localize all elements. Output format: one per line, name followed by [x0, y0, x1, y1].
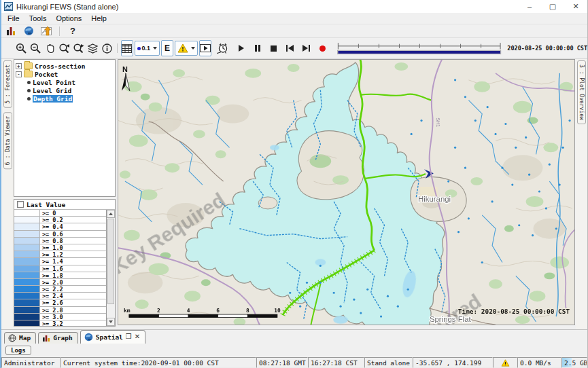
skip-start-icon [286, 45, 294, 52]
tab-graph[interactable]: Graph [38, 332, 78, 344]
tree-item-pocket[interactable]: - Pocket [16, 70, 115, 78]
scroll-thumb[interactable] [107, 219, 114, 304]
tab-spatial[interactable]: Spatial ❒ ✕ [80, 330, 145, 344]
menu-item-tools[interactable]: Tools [24, 13, 52, 24]
tab-data-viewer[interactable]: 6 : Data Viewer [3, 112, 12, 169]
map-display-button[interactable] [22, 25, 35, 37]
tab-forecast[interactable]: 5 : Forecast [3, 60, 12, 108]
info-button[interactable] [101, 40, 114, 56]
layers-button[interactable] [86, 40, 99, 56]
arrow-up-icon [109, 213, 113, 215]
tree-item-level-point[interactable]: Level Point [16, 78, 115, 86]
database-display-button[interactable] [4, 25, 18, 37]
value-scale-value: 0.1 [142, 45, 151, 52]
timeline-slider[interactable] [336, 39, 502, 57]
map-toolbar: 0.1 E [1, 38, 587, 59]
legend-row[interactable]: >= 2.8 [14, 307, 106, 314]
close-button[interactable]: ✕ [564, 0, 587, 13]
legend-row[interactable]: >= 0.6 [14, 231, 106, 238]
legend-row[interactable]: >= 3.0 [14, 314, 106, 320]
legend-row[interactable]: >= 1.6 [14, 265, 106, 272]
tab-label: Graph [53, 334, 73, 342]
tree-item-depth-grid[interactable]: Depth Grid [16, 94, 115, 103]
animation-button[interactable] [199, 40, 211, 56]
last-value-checkbox[interactable] [17, 201, 24, 208]
maximize-button[interactable]: ▢ [541, 0, 564, 13]
layers-icon [86, 42, 99, 55]
legend-scrollbar[interactable] [106, 210, 115, 326]
zoom-previous-button[interactable] [58, 40, 71, 56]
zoom-in-icon [15, 42, 28, 55]
legend-row[interactable]: >= 2.4 [14, 293, 106, 299]
legend-row[interactable]: >= 2.2 [14, 286, 106, 293]
pause-button[interactable] [252, 43, 263, 54]
pan-button[interactable] [44, 40, 56, 56]
set-time-button[interactable] [217, 40, 229, 56]
legend-row[interactable]: >= 1.2 [14, 251, 106, 258]
record-button[interactable] [317, 43, 328, 54]
layer-tree: + Cross-section - Pocket Level Point [14, 59, 116, 197]
logs-button[interactable]: Logs [5, 346, 31, 355]
status-bar: Administrator Current system time:2020-0… [1, 357, 587, 368]
status-warning-cell[interactable] [493, 357, 517, 368]
status-coordinates: -35.657 , 174.199 [413, 357, 493, 368]
scroll-down-button[interactable] [107, 318, 115, 326]
scroll-up-button[interactable] [107, 210, 115, 218]
legend-row[interactable]: >= 3.2 [14, 320, 106, 327]
legend-row[interactable]: >= 0.4 [14, 223, 106, 230]
play-button[interactable] [236, 43, 247, 54]
scroll-track[interactable] [107, 218, 115, 318]
zoom-out-button[interactable] [29, 40, 42, 56]
warning-threshold-selector[interactable] [175, 41, 198, 56]
legend-row[interactable]: >= 0.8 [14, 238, 106, 244]
help-icon: ? [70, 26, 75, 36]
titlebar: Hikurangi FEWS (Stand alone) – ▢ ✕ [1, 0, 587, 13]
legend-row[interactable]: >= 0.2 [14, 217, 106, 223]
legend-row[interactable]: >= 2.0 [14, 279, 106, 286]
status-local-time: 16:27:18 CST [308, 357, 364, 368]
time-series-display-button[interactable] [39, 25, 53, 37]
menu-item-help[interactable]: Help [86, 13, 111, 24]
expand-icon[interactable]: + [16, 63, 22, 69]
tab-map[interactable]: Map [4, 332, 36, 344]
status-memory-gauge: 2.5 GB [561, 357, 587, 368]
scale-unit-label: km [124, 308, 131, 314]
legend-label: >= 2.6 [40, 299, 106, 306]
svg-text:10: 10 [274, 308, 281, 314]
menu-item-options[interactable]: Options [51, 13, 86, 24]
tree-item-level-grid[interactable]: Level Grid [16, 86, 115, 94]
close-pane-icon[interactable]: ✕ [135, 333, 140, 340]
legend-row[interactable]: >= 1.4 [14, 258, 106, 265]
app-logo-icon [4, 2, 13, 11]
playback-controls [236, 43, 328, 54]
collapse-icon[interactable]: - [16, 71, 22, 77]
legend-swatch [14, 293, 40, 299]
legend-row[interactable]: >= 2.6 [14, 299, 106, 306]
grid-display-button[interactable] [121, 40, 133, 56]
svg-text:4: 4 [187, 308, 190, 314]
zoom-in-button[interactable] [15, 40, 28, 56]
scale-bar-button[interactable]: E [161, 40, 173, 56]
zoom-next-button[interactable] [72, 40, 85, 56]
value-scale-selector[interactable]: 0.1 [135, 41, 160, 56]
timeline-datetime: 2020-08-25 00:00:00 CST [507, 45, 587, 52]
minimize-button[interactable]: – [518, 0, 541, 13]
map-canvas[interactable]: SH1 [118, 60, 574, 325]
tab-plot-overview[interactable]: 3 : Plot Overview [577, 60, 586, 124]
stop-button[interactable] [269, 43, 279, 54]
legend-label: >= 0.8 [40, 238, 106, 244]
restore-pane-icon[interactable]: ❒ [126, 333, 132, 340]
legend-panel: Last Value >= 0>= 0.2>= 0.4>= 0.6>= 0.8>… [14, 199, 116, 327]
chevron-down-icon [153, 47, 157, 50]
legend-row[interactable]: >= 0 [14, 210, 106, 217]
go-to-end-button[interactable] [301, 43, 312, 54]
globe-icon [24, 26, 34, 36]
legend-row[interactable]: >= 1.8 [14, 272, 106, 279]
menu-item-file[interactable]: File [3, 13, 24, 24]
legend-row[interactable]: >= 1.0 [14, 244, 106, 251]
help-button[interactable]: ? [66, 25, 80, 37]
tree-item-cross-section[interactable]: + Cross-section [16, 62, 115, 70]
legend-label: >= 0.2 [40, 217, 106, 223]
go-to-start-button[interactable] [285, 43, 296, 54]
toolbar-separator [59, 26, 60, 36]
